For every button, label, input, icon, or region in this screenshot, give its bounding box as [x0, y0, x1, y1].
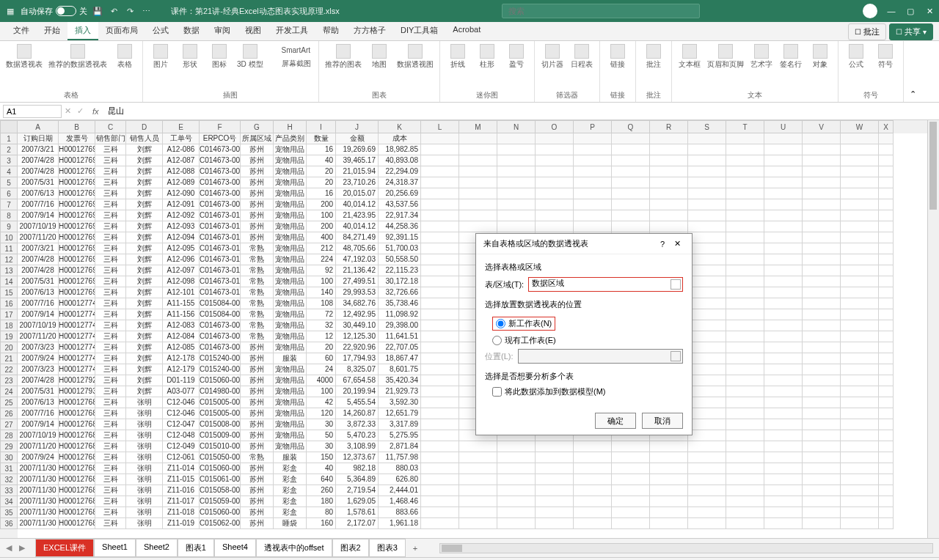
- cell[interactable]: 张明: [126, 408, 163, 419]
- cell[interactable]: 刘辉: [126, 276, 163, 287]
- cell[interactable]: [612, 452, 650, 463]
- cell[interactable]: [421, 166, 459, 177]
- row-header[interactable]: 15: [0, 287, 18, 298]
- tab-DIY工具箱[interactable]: DIY工具箱: [393, 22, 445, 40]
- cell[interactable]: 100: [307, 386, 336, 397]
- header-cell[interactable]: 销售部门: [95, 133, 126, 144]
- cell[interactable]: [421, 298, 459, 309]
- header-cell[interactable]: 成本: [379, 133, 421, 144]
- cell[interactable]: [650, 166, 688, 177]
- cell[interactable]: 三科: [95, 166, 126, 177]
- cell[interactable]: [536, 155, 574, 166]
- cell[interactable]: [459, 210, 497, 221]
- header-cell[interactable]: 数量: [307, 133, 336, 144]
- cell[interactable]: C014673-011: [200, 221, 241, 232]
- cell[interactable]: 苏州: [241, 199, 274, 210]
- autosave-toggle[interactable]: 自动保存关: [21, 6, 87, 17]
- cell[interactable]: [764, 276, 803, 287]
- cell[interactable]: [803, 386, 841, 397]
- cell[interactable]: 张明: [126, 452, 163, 463]
- cell[interactable]: [421, 155, 459, 166]
- ribbon-折线[interactable]: 折线: [446, 44, 470, 68]
- cell[interactable]: 三科: [95, 320, 126, 331]
- row-header[interactable]: 10: [0, 232, 18, 243]
- cell[interactable]: 常熟: [241, 309, 274, 320]
- cell[interactable]: 30: [307, 419, 336, 430]
- cell[interactable]: [536, 496, 574, 507]
- row-header[interactable]: 9: [0, 221, 18, 232]
- cell[interactable]: 宠物用品: [274, 375, 307, 386]
- cell[interactable]: [803, 309, 841, 320]
- cell[interactable]: 84,271.49: [336, 232, 379, 243]
- cell[interactable]: 2,444.01: [379, 485, 421, 496]
- name-box[interactable]: [3, 105, 62, 118]
- cell[interactable]: [764, 353, 803, 364]
- cell[interactable]: H00012774: [59, 331, 95, 342]
- cell[interactable]: [459, 452, 497, 463]
- cell[interactable]: [421, 419, 459, 430]
- cell[interactable]: [421, 254, 459, 265]
- cell[interactable]: [841, 309, 879, 320]
- col-header[interactable]: I: [307, 120, 336, 133]
- cell[interactable]: 三科: [95, 397, 126, 408]
- row-header[interactable]: 2: [0, 144, 18, 155]
- cell[interactable]: A12-084: [163, 331, 200, 342]
- cell[interactable]: 三科: [95, 430, 126, 441]
- cell[interactable]: [726, 320, 764, 331]
- cell[interactable]: A12-179: [163, 364, 200, 375]
- cell[interactable]: 30: [307, 441, 336, 452]
- row-header[interactable]: 17: [0, 309, 18, 320]
- cell[interactable]: [879, 210, 894, 221]
- cell[interactable]: [879, 199, 894, 210]
- cell[interactable]: [726, 342, 764, 353]
- redo-icon[interactable]: ↷: [124, 5, 136, 17]
- cell[interactable]: 11,757.98: [379, 452, 421, 463]
- cell[interactable]: [764, 331, 803, 342]
- cell[interactable]: 张明: [126, 474, 163, 485]
- cell[interactable]: 180: [307, 496, 336, 507]
- row-header[interactable]: 1: [0, 133, 18, 144]
- cell[interactable]: 40: [307, 155, 336, 166]
- cell[interactable]: [574, 496, 612, 507]
- cell[interactable]: [574, 518, 612, 529]
- cell[interactable]: 80: [307, 507, 336, 518]
- cell[interactable]: [459, 441, 497, 452]
- cell[interactable]: [841, 144, 879, 155]
- cell[interactable]: [803, 474, 841, 485]
- cell[interactable]: [459, 474, 497, 485]
- cell[interactable]: 苏州: [241, 463, 274, 474]
- cell[interactable]: [764, 166, 803, 177]
- cell[interactable]: A12-085: [163, 342, 200, 353]
- cell[interactable]: [421, 397, 459, 408]
- cell[interactable]: 刘辉: [126, 331, 163, 342]
- add-sheet-button[interactable]: +: [406, 541, 425, 556]
- tab-数据[interactable]: 数据: [176, 22, 207, 40]
- cell[interactable]: [764, 177, 803, 188]
- cell[interactable]: [421, 386, 459, 397]
- cell[interactable]: [497, 188, 536, 199]
- col-header[interactable]: U: [764, 120, 803, 133]
- cell[interactable]: 880.03: [379, 463, 421, 474]
- cell[interactable]: 三科: [95, 331, 126, 342]
- cell[interactable]: [421, 518, 459, 529]
- cell[interactable]: 常熟: [241, 276, 274, 287]
- col-header[interactable]: A: [18, 120, 59, 133]
- cell[interactable]: [497, 441, 536, 452]
- cell[interactable]: [650, 507, 688, 518]
- cell[interactable]: 刘辉: [126, 188, 163, 199]
- range-input[interactable]: 数据区域: [528, 277, 683, 292]
- cell[interactable]: 23,710.26: [336, 177, 379, 188]
- cell[interactable]: A12-090: [163, 188, 200, 199]
- cell[interactable]: 200: [307, 199, 336, 210]
- cell[interactable]: 22,707.05: [379, 342, 421, 353]
- ok-button[interactable]: 确定: [595, 413, 636, 429]
- cell[interactable]: [421, 463, 459, 474]
- cell[interactable]: [497, 518, 536, 529]
- sheet-tab-图表3[interactable]: 图表3: [369, 539, 406, 557]
- cell[interactable]: 20: [307, 342, 336, 353]
- cell[interactable]: [879, 452, 894, 463]
- cell[interactable]: 常熟: [241, 265, 274, 276]
- cell[interactable]: 苏州: [241, 232, 274, 243]
- row-header[interactable]: 28: [0, 430, 18, 441]
- cell[interactable]: [803, 254, 841, 265]
